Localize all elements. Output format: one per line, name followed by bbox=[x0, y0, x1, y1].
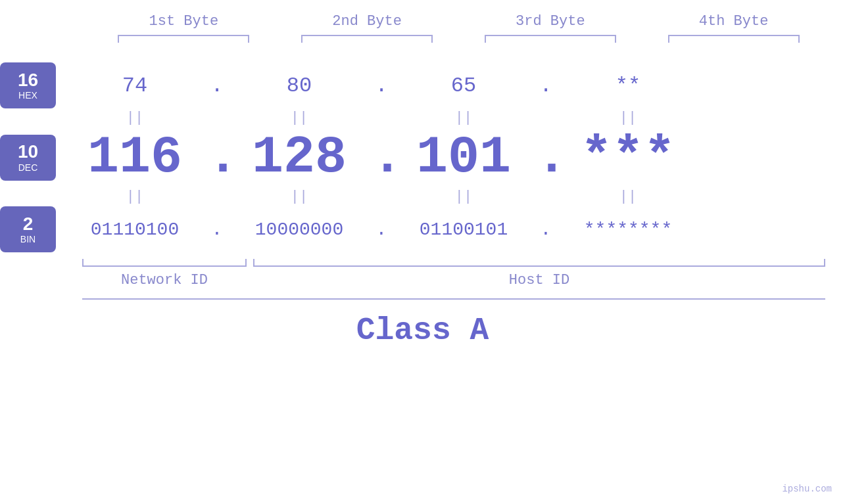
dec-dot-1: . bbox=[207, 127, 227, 187]
eq1-2: || bbox=[227, 110, 372, 126]
bracket-3 bbox=[485, 35, 616, 43]
hex-badge-num: 16 bbox=[18, 70, 38, 91]
host-bracket bbox=[253, 259, 825, 267]
hex-val-3: 65 bbox=[391, 74, 536, 98]
eq2-3: || bbox=[391, 189, 536, 205]
eq2-4: || bbox=[556, 189, 700, 205]
byte-label-1: 1st Byte bbox=[118, 13, 249, 30]
bin-val-3: 01100101 bbox=[391, 219, 536, 240]
eq2-1: || bbox=[62, 189, 207, 205]
eq1-3: || bbox=[391, 110, 536, 126]
hex-dot-3: . bbox=[536, 74, 556, 98]
dec-badge-num: 10 bbox=[18, 142, 38, 162]
bottom-bracket-row bbox=[20, 259, 825, 267]
main-container: 1st Byte 2nd Byte 3rd Byte 4th Byte 16 H… bbox=[0, 0, 845, 504]
dec-dot-2: . bbox=[372, 127, 391, 187]
dec-badge-text: DEC bbox=[18, 162, 38, 173]
hex-val-2: 80 bbox=[227, 74, 372, 98]
hex-row: 16 HEX 74 . 80 . 65 . ** bbox=[0, 62, 845, 108]
network-id-label: Network ID bbox=[82, 272, 247, 288]
dec-dot-3: . bbox=[536, 127, 556, 187]
dec-val-3: 101 bbox=[391, 127, 536, 187]
bin-row: 2 BIN 01110100 . 10000000 . 01100101 . *… bbox=[0, 206, 845, 252]
dec-values: 116 . 128 . 101 . *** bbox=[62, 127, 845, 187]
equals-row-2: || || || || bbox=[0, 189, 845, 205]
class-label: Class A bbox=[20, 313, 825, 348]
equals-row-1: || || || || bbox=[0, 110, 845, 126]
full-bottom-line bbox=[82, 298, 825, 300]
bin-dot-3: . bbox=[536, 219, 556, 240]
bottom-section: Network ID Host ID Class A bbox=[0, 259, 845, 348]
host-id-label: Host ID bbox=[253, 272, 825, 288]
network-bracket bbox=[82, 259, 247, 267]
bin-dot-1: . bbox=[207, 219, 227, 240]
bin-val-4: ******** bbox=[556, 219, 700, 240]
dec-row: 10 DEC 116 . 128 . 101 . *** bbox=[0, 127, 845, 187]
hex-val-1: 74 bbox=[62, 74, 207, 98]
hex-values: 74 . 80 . 65 . ** bbox=[62, 74, 845, 98]
hex-badge-text: HEX bbox=[18, 90, 37, 101]
byte-label-4: 4th Byte bbox=[668, 13, 800, 30]
bin-values: 01110100 . 10000000 . 01100101 . *******… bbox=[62, 219, 845, 240]
dec-val-4: *** bbox=[556, 127, 700, 187]
hex-badge: 16 HEX bbox=[0, 62, 56, 108]
eq1-4: || bbox=[556, 110, 700, 126]
bin-badge: 2 BIN bbox=[0, 206, 56, 252]
bin-val-1: 01110100 bbox=[62, 219, 207, 240]
eq2-2: || bbox=[227, 189, 372, 205]
dec-badge: 10 DEC bbox=[0, 135, 56, 181]
byte-label-2: 2nd Byte bbox=[301, 13, 433, 30]
hex-val-4: ** bbox=[556, 74, 700, 98]
byte-labels-row: 1st Byte 2nd Byte 3rd Byte 4th Byte bbox=[0, 13, 845, 30]
bracket-4 bbox=[668, 35, 800, 43]
watermark: ipshu.com bbox=[782, 484, 832, 494]
bin-badge-text: BIN bbox=[20, 234, 36, 244]
hex-dot-1: . bbox=[207, 74, 227, 98]
bottom-labels-row: Network ID Host ID bbox=[20, 272, 825, 288]
bin-dot-2: . bbox=[372, 219, 391, 240]
bracket-1 bbox=[118, 35, 249, 43]
bin-badge-num: 2 bbox=[23, 214, 34, 235]
eq1-1: || bbox=[62, 110, 207, 126]
bracket-2 bbox=[301, 35, 433, 43]
top-brackets-row bbox=[0, 35, 845, 43]
bin-val-2: 10000000 bbox=[227, 219, 372, 240]
hex-dot-2: . bbox=[372, 74, 391, 98]
dec-val-1: 116 bbox=[62, 127, 207, 187]
byte-label-3: 3rd Byte bbox=[485, 13, 616, 30]
dec-val-2: 128 bbox=[227, 127, 372, 187]
